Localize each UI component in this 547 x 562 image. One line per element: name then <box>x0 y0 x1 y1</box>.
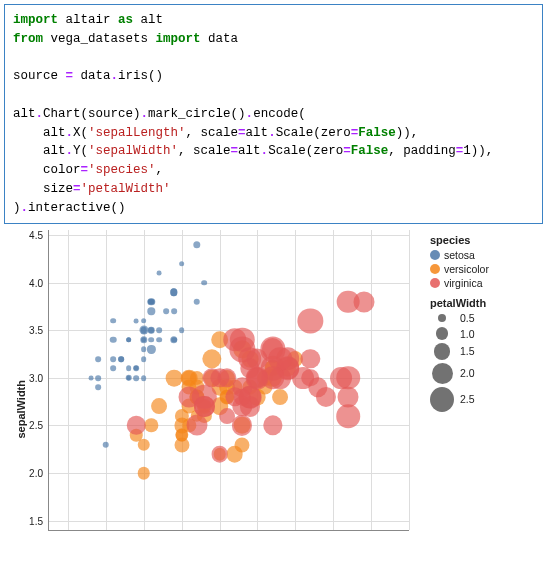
data-point[interactable] <box>263 416 282 435</box>
data-point[interactable] <box>111 356 117 362</box>
data-point[interactable] <box>133 375 139 381</box>
data-point[interactable] <box>139 326 148 335</box>
x-tick: 5.0 <box>137 534 151 535</box>
y-tick: 3.0 <box>29 372 43 383</box>
legend-color-item[interactable]: versicolor <box>430 263 489 275</box>
data-point[interactable] <box>193 241 200 248</box>
data-point[interactable] <box>148 307 155 314</box>
data-point[interactable] <box>145 419 158 432</box>
y-tick: 2.5 <box>29 420 43 431</box>
data-point[interactable] <box>126 366 132 372</box>
data-point[interactable] <box>118 356 124 362</box>
data-point[interactable] <box>141 346 147 352</box>
data-point[interactable] <box>186 415 207 436</box>
legend: species setosa versicolor virginicapetal… <box>430 234 489 415</box>
legend-size-title: petalWidth <box>430 297 489 309</box>
data-point[interactable] <box>171 308 177 314</box>
data-point[interactable] <box>127 416 145 434</box>
legend-color-title: species <box>430 234 489 246</box>
legend-size-item[interactable]: 1.0 <box>430 327 489 340</box>
data-point[interactable] <box>194 298 201 305</box>
x-tick: 7.5 <box>326 534 340 535</box>
y-axis-label: sepalWidth <box>15 380 27 439</box>
data-point[interactable] <box>141 375 147 381</box>
data-point[interactable] <box>111 318 117 324</box>
data-point[interactable] <box>164 308 170 314</box>
data-point[interactable] <box>166 369 183 386</box>
data-point[interactable] <box>103 441 110 448</box>
y-tick: 4.5 <box>29 230 43 241</box>
y-tick: 1.5 <box>29 515 43 526</box>
data-point[interactable] <box>141 318 147 324</box>
data-point[interactable] <box>137 467 150 480</box>
data-point[interactable] <box>170 336 177 343</box>
data-point[interactable] <box>223 328 247 352</box>
data-point[interactable] <box>95 385 101 391</box>
data-point[interactable] <box>156 337 162 343</box>
data-point[interactable] <box>337 404 361 428</box>
x-tick: 4.5 <box>99 534 113 535</box>
data-point[interactable] <box>125 375 132 382</box>
x-tick: 5.5 <box>175 534 189 535</box>
data-point[interactable] <box>148 299 154 305</box>
x-tick: 6.0 <box>213 534 227 535</box>
data-point[interactable] <box>301 349 320 368</box>
y-tick: 3.5 <box>29 325 43 336</box>
y-tick: 4.0 <box>29 277 43 288</box>
data-point[interactable] <box>147 345 155 353</box>
data-point[interactable] <box>272 389 288 405</box>
data-point[interactable] <box>211 446 228 463</box>
legend-size-item[interactable]: 2.5 <box>430 387 489 412</box>
scatter-plot[interactable]: sepalLength sepalWidth 4.04.55.05.56.06.… <box>48 230 409 531</box>
data-point[interactable] <box>133 366 139 372</box>
data-point[interactable] <box>179 327 185 333</box>
data-point[interactable] <box>156 271 161 276</box>
data-point[interactable] <box>151 398 167 414</box>
legend-color-item[interactable]: setosa <box>430 249 489 261</box>
data-point[interactable] <box>148 327 155 334</box>
data-point[interactable] <box>88 375 93 380</box>
data-point[interactable] <box>302 369 320 387</box>
data-point[interactable] <box>148 337 154 343</box>
data-point[interactable] <box>141 356 147 362</box>
data-point[interactable] <box>111 366 117 372</box>
data-point[interactable] <box>353 291 374 312</box>
data-point[interactable] <box>235 437 250 452</box>
data-point[interactable] <box>140 336 147 343</box>
data-point[interactable] <box>110 336 117 343</box>
data-point[interactable] <box>232 415 252 435</box>
x-tick: 4.0 <box>61 534 75 535</box>
code-cell[interactable]: import altair as alt from vega_datasets … <box>4 4 543 224</box>
data-point[interactable] <box>137 438 150 451</box>
legend-size-item[interactable]: 0.5 <box>430 312 489 324</box>
x-tick: 7.0 <box>288 534 302 535</box>
data-point[interactable] <box>95 356 101 362</box>
x-tick: 6.5 <box>250 534 264 535</box>
data-point[interactable] <box>95 375 101 381</box>
data-point[interactable] <box>337 366 361 390</box>
x-tick: 8.0 <box>364 534 378 535</box>
legend-size-item[interactable]: 2.0 <box>430 363 489 384</box>
data-point[interactable] <box>247 367 268 388</box>
data-point[interactable] <box>170 288 177 295</box>
data-point[interactable] <box>134 318 139 323</box>
data-point[interactable] <box>234 389 251 406</box>
data-point[interactable] <box>202 280 208 286</box>
legend-color-item[interactable]: virginica <box>430 277 489 289</box>
data-point[interactable] <box>194 396 214 416</box>
chart-area: sepalLength sepalWidth 4.04.55.05.56.06.… <box>4 230 543 531</box>
data-point[interactable] <box>126 337 132 343</box>
data-point[interactable] <box>179 261 185 267</box>
data-point[interactable] <box>156 327 162 333</box>
legend-size-item[interactable]: 1.5 <box>430 343 489 360</box>
y-tick: 2.0 <box>29 468 43 479</box>
x-tick: 8.5 <box>402 534 416 535</box>
